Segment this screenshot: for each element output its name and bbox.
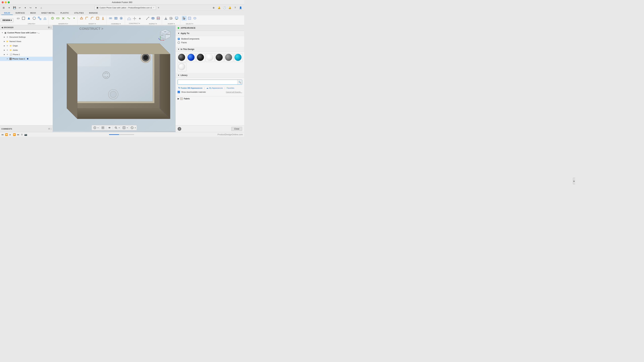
comments-settings-icon[interactable]: ⚙: [48, 128, 50, 130]
display-mode-icon[interactable]: [122, 126, 126, 130]
browser-item-named-views[interactable]: ▶ 📁 Named Views: [0, 39, 53, 43]
create-label[interactable]: CREATE▾: [28, 23, 36, 25]
redo-dropdown[interactable]: ▾: [34, 5, 38, 10]
faces-radio[interactable]: [178, 41, 180, 44]
tab-solid[interactable]: SOLID: [1, 11, 13, 15]
undo-button[interactable]: ↩: [18, 5, 22, 10]
document-tab-close[interactable]: ×: [153, 7, 154, 8]
viewport[interactable]: TOP LEFT FRONT ▾: [53, 25, 176, 132]
playback-last-button[interactable]: ⏭: [17, 133, 20, 136]
redo-button[interactable]: ↪: [28, 5, 33, 10]
browser-item-origin[interactable]: ▶ 👁 📁 Origin: [0, 43, 53, 48]
design-dropdown-button[interactable]: DESIGN ▾: [1, 18, 14, 22]
grid-icon[interactable]: [100, 126, 105, 130]
select-label[interactable]: SELECT▾: [186, 23, 193, 25]
browser-settings-icon[interactable]: ⚙: [48, 26, 50, 29]
comments-expand-icon[interactable]: |: [51, 128, 51, 130]
tab-mesh[interactable]: MESH: [28, 11, 38, 15]
fusion360-appearances-tab[interactable]: ↻ Fusion 360 Appearances: [178, 86, 203, 89]
show-downloadable-checkbox[interactable]: ✓: [178, 91, 180, 93]
file-menu-button[interactable]: ▾: [7, 5, 12, 10]
my-appearances-tab[interactable]: ☁ My Appearances: [206, 86, 224, 89]
library-search-bar[interactable]: 🔍: [178, 80, 242, 85]
cancel-download-link[interactable]: Cancel all Downlo...: [226, 91, 242, 93]
insert-label[interactable]: INSERT▾: [168, 23, 175, 25]
account-button[interactable]: 👤: [238, 5, 243, 10]
visibility-icon[interactable]: 👁: [6, 57, 9, 60]
close-window-button[interactable]: [2, 1, 4, 3]
fillet-icon[interactable]: [84, 16, 90, 21]
orbit-icon[interactable]: [107, 126, 112, 130]
material-thumb-dark-rough[interactable]: [215, 53, 224, 62]
modify-label[interactable]: MODIFY▾: [88, 23, 96, 25]
insert-canvas-icon[interactable]: [174, 16, 179, 21]
free-select-icon[interactable]: [192, 16, 198, 21]
apply-to-section-header[interactable]: ▼ Apply To:: [176, 31, 244, 36]
generate-icon-2[interactable]: [55, 16, 60, 21]
assemble-icon-2[interactable]: [113, 16, 118, 21]
capture-design-icon[interactable]: 📷: [24, 133, 27, 136]
axis-icon[interactable]: [132, 16, 137, 21]
loft-icon[interactable]: [42, 16, 48, 21]
visibility-icon[interactable]: 👁: [6, 49, 9, 51]
assemble-icon-3[interactable]: [119, 16, 124, 21]
environment-icon[interactable]: [130, 126, 134, 130]
shell-icon[interactable]: [95, 16, 100, 21]
visibility-icon[interactable]: 👁: [6, 44, 9, 47]
zoom-in-icon[interactable]: [114, 126, 118, 130]
bell-button[interactable]: 🔔: [228, 5, 232, 10]
environment-dropdown[interactable]: ▾: [135, 127, 136, 129]
chamfer-icon[interactable]: [90, 16, 95, 21]
generate-icon-4[interactable]: [66, 16, 71, 21]
material-thumb-dark-metal[interactable]: [178, 53, 186, 62]
playback-play-button[interactable]: ⏵: [9, 133, 12, 136]
draft-icon[interactable]: [100, 16, 106, 21]
tab-plastic[interactable]: PLASTIC: [58, 11, 72, 15]
maximize-window-button[interactable]: [8, 1, 10, 3]
extrude-icon[interactable]: [26, 16, 31, 21]
new-design-button[interactable]: ⊕: [211, 5, 216, 10]
bodies-components-radio[interactable]: [178, 38, 180, 40]
insert-derive-icon[interactable]: [163, 16, 168, 21]
revolve-icon[interactable]: [32, 16, 37, 21]
grid-menu-button[interactable]: ⊞: [1, 5, 6, 10]
tab-utilities[interactable]: UTILITIES: [72, 11, 86, 15]
nav-cube[interactable]: TOP LEFT FRONT: [159, 28, 172, 42]
in-this-design-section-header[interactable]: ▼ In This Design: [176, 47, 244, 52]
measure-icon[interactable]: [145, 16, 150, 21]
playback-prev-button[interactable]: ⏪: [5, 133, 8, 136]
document-tab[interactable]: ▣ Custom Phone Case with Lattice – Produ…: [94, 6, 156, 10]
assemble-label[interactable]: ASSEMBLE▾: [111, 23, 121, 25]
apply-to-bodies[interactable]: Bodies/Components: [178, 38, 242, 40]
home-button[interactable]: ⌂: [39, 5, 44, 10]
info-button[interactable]: i: [178, 127, 181, 131]
generate-icon-3[interactable]: [61, 16, 66, 21]
insert-svg-icon[interactable]: SVG: [169, 16, 174, 21]
browser-expand-icon[interactable]: |: [51, 26, 51, 29]
timeline-settings-icon[interactable]: ⚙: [21, 133, 23, 136]
press-pull-icon[interactable]: [79, 16, 84, 21]
material-thumb-dark-chrome[interactable]: [196, 53, 205, 62]
window-select-icon[interactable]: [187, 16, 192, 21]
material-thumb-white[interactable]: [206, 53, 214, 62]
snap-icon[interactable]: [92, 126, 97, 130]
construct-label[interactable]: CONSTRUCT▾: [129, 23, 140, 24]
favorites-tab[interactable]: Favorites: [226, 87, 235, 89]
interference-icon[interactable]: [150, 16, 156, 21]
search-button[interactable]: 🔍: [237, 80, 242, 84]
point-icon[interactable]: [137, 16, 142, 21]
playback-next-button[interactable]: ⏩: [13, 133, 16, 136]
notification-button[interactable]: 🔔: [217, 5, 221, 10]
library-section-header[interactable]: ▼ Library: [176, 73, 244, 78]
fabric-section[interactable]: ▶ Fabric: [176, 96, 244, 101]
section-icon[interactable]: [156, 16, 161, 21]
playback-first-button[interactable]: ⏮: [1, 133, 4, 136]
new-component-icon[interactable]: ▭: [16, 16, 21, 21]
browser-collapse-icon[interactable]: ◀: [1, 26, 3, 29]
material-thumb-white-ring[interactable]: [178, 63, 186, 71]
sweep-icon[interactable]: [37, 16, 42, 21]
apply-to-faces[interactable]: Faces: [178, 41, 242, 44]
generate-icon-1[interactable]: [50, 16, 55, 21]
plane-icon[interactable]: [126, 16, 132, 21]
browser-item-phonecase1[interactable]: 👁 Phone Case:1: [0, 57, 53, 61]
